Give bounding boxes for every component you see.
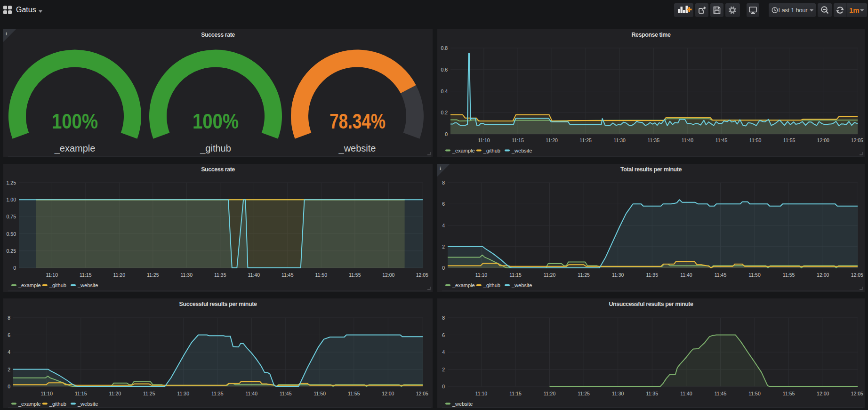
svg-text:6: 6 bbox=[8, 332, 10, 338]
svg-text:11:30: 11:30 bbox=[612, 272, 624, 278]
svg-text:11:35: 11:35 bbox=[211, 391, 224, 396]
svg-text:11:30: 11:30 bbox=[613, 137, 626, 143]
svg-text:11:10: 11:10 bbox=[478, 137, 490, 143]
svg-text:11:30: 11:30 bbox=[612, 391, 624, 396]
svg-text:_website: _website bbox=[77, 401, 98, 407]
svg-text:11:15: 11:15 bbox=[512, 137, 524, 143]
svg-text:12:00: 12:00 bbox=[817, 272, 829, 278]
svg-text:11:20: 11:20 bbox=[544, 272, 556, 278]
svg-text:Success rate: Success rate bbox=[201, 32, 235, 38]
svg-text:0: 0 bbox=[442, 384, 445, 389]
svg-text:_example: _example bbox=[18, 282, 41, 288]
svg-text:11:25: 11:25 bbox=[143, 391, 155, 396]
svg-text:11:25: 11:25 bbox=[579, 137, 592, 143]
svg-text:_website: _website bbox=[338, 143, 376, 154]
svg-text:i: i bbox=[6, 31, 7, 36]
svg-text:11:15: 11:15 bbox=[75, 391, 87, 396]
svg-text:4: 4 bbox=[442, 349, 445, 355]
svg-text:12:00: 12:00 bbox=[817, 137, 829, 143]
svg-text:11:15: 11:15 bbox=[509, 272, 522, 278]
svg-text:_github: _github bbox=[483, 148, 500, 153]
svg-text:0.4: 0.4 bbox=[441, 88, 448, 94]
svg-text:_example: _example bbox=[452, 148, 475, 153]
svg-text:0: 0 bbox=[442, 265, 445, 271]
svg-text:11:50: 11:50 bbox=[749, 137, 762, 143]
svg-text:i: i bbox=[440, 165, 441, 171]
svg-text:11:55: 11:55 bbox=[348, 391, 360, 396]
svg-text:_website: _website bbox=[452, 401, 473, 407]
svg-text:0.25: 0.25 bbox=[7, 248, 16, 254]
svg-text:11:30: 11:30 bbox=[181, 272, 193, 278]
svg-text:100%: 100% bbox=[52, 110, 98, 133]
svg-text:_website: _website bbox=[511, 282, 532, 288]
svg-text:1m: 1m bbox=[849, 6, 860, 14]
svg-text:11:50: 11:50 bbox=[748, 272, 761, 278]
svg-text:8: 8 bbox=[442, 315, 445, 321]
svg-text:11:50: 11:50 bbox=[314, 391, 326, 396]
svg-text:12:05: 12:05 bbox=[416, 391, 428, 396]
svg-text:11:20: 11:20 bbox=[544, 391, 556, 396]
svg-text:_github: _github bbox=[200, 143, 231, 154]
svg-text:11:45: 11:45 bbox=[280, 391, 292, 396]
svg-text:11:15: 11:15 bbox=[80, 272, 92, 278]
svg-text:11:40: 11:40 bbox=[248, 272, 260, 278]
svg-text:12:05: 12:05 bbox=[851, 272, 863, 278]
svg-text:Total results per minute: Total results per minute bbox=[620, 166, 682, 173]
svg-text:11:55: 11:55 bbox=[783, 272, 795, 278]
svg-text:11:20: 11:20 bbox=[109, 391, 121, 396]
svg-text:6: 6 bbox=[442, 332, 445, 338]
svg-text:11:45: 11:45 bbox=[715, 137, 728, 143]
svg-text:_github: _github bbox=[483, 282, 500, 288]
svg-text:Unsuccessful results per minut: Unsuccessful results per minute bbox=[609, 301, 693, 307]
svg-text:11:35: 11:35 bbox=[646, 391, 659, 396]
svg-text:11:10: 11:10 bbox=[41, 391, 53, 396]
svg-text:6: 6 bbox=[442, 201, 445, 207]
svg-text:_example: _example bbox=[452, 282, 475, 288]
svg-text:12:00: 12:00 bbox=[817, 391, 829, 396]
svg-text:11:40: 11:40 bbox=[680, 391, 692, 396]
svg-text:11:25: 11:25 bbox=[578, 391, 590, 396]
svg-text:0: 0 bbox=[13, 265, 16, 271]
svg-text:11:40: 11:40 bbox=[246, 391, 258, 396]
svg-text:11:25: 11:25 bbox=[578, 272, 590, 278]
svg-text:8: 8 bbox=[442, 180, 445, 185]
svg-text:12:00: 12:00 bbox=[382, 391, 394, 396]
svg-text:_example: _example bbox=[18, 401, 41, 407]
svg-text:11:45: 11:45 bbox=[281, 272, 294, 278]
svg-text:11:15: 11:15 bbox=[509, 391, 522, 396]
svg-text:4: 4 bbox=[442, 223, 445, 228]
svg-text:12:05: 12:05 bbox=[851, 391, 863, 396]
svg-text:1.25: 1.25 bbox=[7, 180, 16, 185]
svg-text:0.2: 0.2 bbox=[441, 110, 448, 115]
svg-text:11:50: 11:50 bbox=[748, 391, 761, 396]
svg-text:11:30: 11:30 bbox=[177, 391, 190, 396]
svg-text:2: 2 bbox=[8, 367, 10, 372]
svg-text:11:35: 11:35 bbox=[646, 272, 659, 278]
svg-text:11:10: 11:10 bbox=[46, 272, 58, 278]
svg-text:11:20: 11:20 bbox=[546, 137, 558, 143]
svg-text:2: 2 bbox=[442, 244, 445, 249]
svg-text:11:10: 11:10 bbox=[475, 391, 488, 396]
svg-text:0.50: 0.50 bbox=[7, 231, 16, 237]
svg-text:0.75: 0.75 bbox=[7, 214, 16, 219]
svg-text:0: 0 bbox=[8, 384, 10, 389]
svg-text:11:50: 11:50 bbox=[315, 272, 328, 278]
svg-text:_example: _example bbox=[54, 143, 96, 154]
svg-text:_website: _website bbox=[511, 148, 532, 153]
svg-text:0.6: 0.6 bbox=[441, 67, 448, 72]
svg-text:11:40: 11:40 bbox=[682, 137, 694, 143]
svg-text:Response time: Response time bbox=[631, 32, 671, 38]
svg-text:_github: _github bbox=[49, 282, 66, 288]
svg-text:2: 2 bbox=[442, 367, 445, 372]
svg-text:Successful results per minute: Successful results per minute bbox=[179, 301, 257, 307]
svg-text:78.34%: 78.34% bbox=[330, 110, 386, 133]
svg-text:11:35: 11:35 bbox=[214, 272, 226, 278]
svg-text:12:00: 12:00 bbox=[382, 272, 394, 278]
svg-text:11:25: 11:25 bbox=[147, 272, 159, 278]
svg-text:Last 1 hour: Last 1 hour bbox=[779, 7, 808, 14]
svg-text:1.00: 1.00 bbox=[7, 197, 16, 202]
svg-text:Success rate: Success rate bbox=[201, 166, 235, 173]
svg-text:11:35: 11:35 bbox=[648, 137, 660, 143]
svg-text:100%: 100% bbox=[193, 110, 239, 133]
svg-text:11:55: 11:55 bbox=[783, 391, 795, 396]
